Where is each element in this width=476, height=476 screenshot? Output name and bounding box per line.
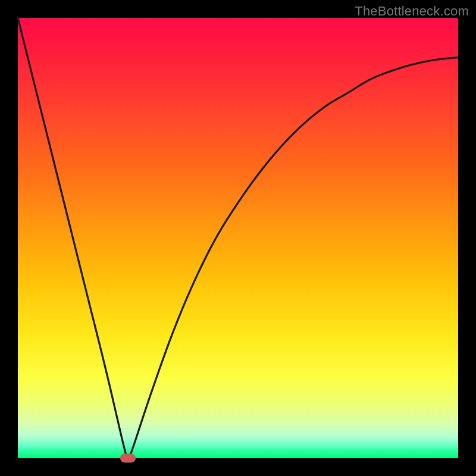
optimal-point-marker — [120, 454, 136, 463]
bottleneck-curve — [18, 18, 458, 459]
curve-layer — [18, 18, 458, 458]
chart-frame — [18, 18, 458, 458]
plot-area — [18, 18, 458, 458]
watermark-text: TheBottleneck.com — [355, 4, 469, 19]
